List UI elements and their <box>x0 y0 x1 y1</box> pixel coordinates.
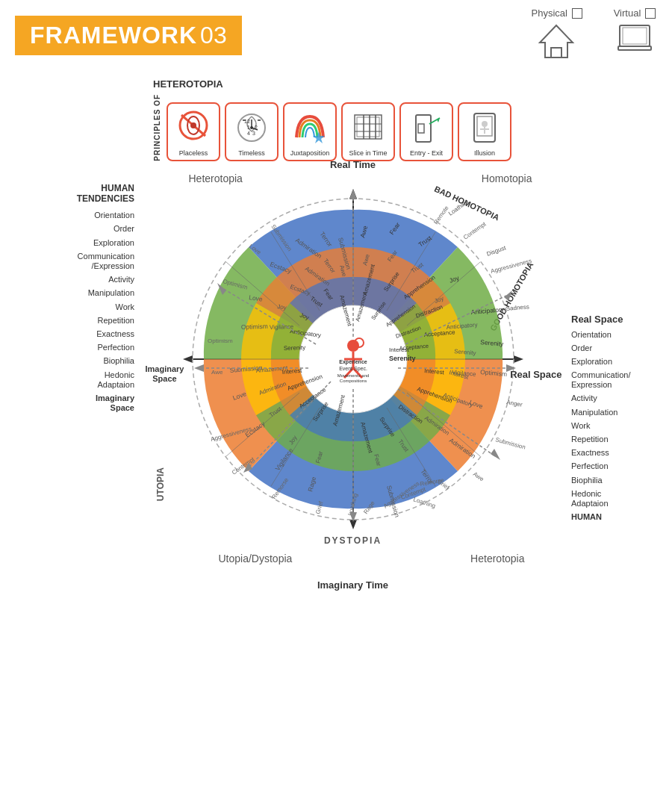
svg-point-46 <box>347 340 359 352</box>
right-work: Work <box>571 419 665 432</box>
card-timeless: 12 1 2 3 4 Timeless <box>225 102 279 161</box>
svg-rect-3 <box>618 46 651 50</box>
header-options: Physical Virtual <box>532 7 657 63</box>
svg-text:Anger: Anger <box>505 399 523 408</box>
principle-cards: Placeless 12 1 2 <box>167 102 511 161</box>
framework-title: FRAMEWORK <box>30 22 197 49</box>
card-illusion: Illusion <box>458 102 511 161</box>
laptop-icon <box>612 22 657 63</box>
tendency-manipulation: Manipulation <box>7 287 134 300</box>
main-content: HUMANTENDENCIES Orientation Order Explor… <box>0 71 672 594</box>
card-slice-in-time: Slice in Time <box>341 102 395 161</box>
svg-marker-172 <box>194 364 204 372</box>
tendency-order: Order <box>7 223 134 236</box>
tendency-perfection: Perfection <box>7 341 134 355</box>
svg-text:Submission: Submission <box>494 436 526 450</box>
svg-text:Grief: Grief <box>435 478 450 491</box>
label-utopia: UTOPIA <box>155 467 166 501</box>
header: FRAMEWORK 03 Physical Virtual <box>0 0 672 71</box>
physical-option: Physical <box>532 7 582 63</box>
svg-marker-43 <box>514 355 523 363</box>
svg-rect-4 <box>623 28 647 44</box>
svg-text:Interest: Interest <box>389 346 409 353</box>
right-human: HUMAN <box>571 511 665 524</box>
svg-text:4: 4 <box>247 131 250 136</box>
svg-text:Remote: Remote <box>432 204 450 225</box>
physical-label: Physical <box>532 7 567 19</box>
svg-point-34 <box>482 121 488 127</box>
slice-in-time-label: Slice in Time <box>349 149 387 157</box>
svg-text:Awe: Awe <box>211 369 223 376</box>
right-sidebar: Real Space Orientation Order Exploration… <box>567 75 665 591</box>
right-activity: Activity <box>571 392 665 405</box>
right-manipulation: Manipulation <box>571 405 665 419</box>
svg-text:Serenity: Serenity <box>389 355 416 362</box>
placeless-icon <box>171 107 216 148</box>
right-hedonic: HedonicAdaptaion <box>571 487 665 510</box>
right-order: Order <box>571 341 665 355</box>
svg-text:1: 1 <box>247 125 250 130</box>
tendency-activity: Activity <box>7 273 134 287</box>
svg-text:Sadness: Sadness <box>505 303 529 312</box>
svg-marker-166 <box>349 189 357 199</box>
human-tendencies-title: HUMANTENDENCIES <box>7 183 134 205</box>
card-entry-exit: Entry - Exit <box>399 102 453 161</box>
svg-text:12: 12 <box>244 119 250 124</box>
illusion-label: Illusion <box>474 149 495 157</box>
virtual-checkbox[interactable] <box>645 8 656 19</box>
svg-marker-168 <box>506 364 516 372</box>
right-perfection: Perfection <box>571 460 665 473</box>
entry-exit-icon <box>404 107 449 148</box>
svg-text:Optimism: Optimism <box>240 322 267 330</box>
svg-text:Loathing: Loathing <box>447 198 469 217</box>
tendency-repetition: Repetition <box>7 314 134 327</box>
wheel-diagram: Experience Event Spec. Movements and Com… <box>167 172 540 546</box>
svg-text:3: 3 <box>252 131 255 136</box>
svg-rect-29 <box>418 124 424 133</box>
svg-marker-169 <box>491 449 500 460</box>
label-heterotopia-bottom: Heterotopia <box>470 553 524 564</box>
placeless-label: Placeless <box>179 149 208 157</box>
virtual-label: Virtual <box>614 7 641 19</box>
tendency-imaginary-space: ImaginarySpace <box>7 391 134 414</box>
right-orientation: Orientation <box>571 328 665 341</box>
title-box: FRAMEWORK 03 <box>15 16 242 55</box>
svg-marker-42 <box>183 355 193 363</box>
svg-text:Disgust: Disgust <box>485 244 507 258</box>
diagram-wrapper: Heterotopia Homotopia Real Time BAD HOMO… <box>144 158 562 591</box>
label-utopia-dystopia: Utopia/Dystopia <box>219 553 293 564</box>
center-area: HETEROTOPIA PRINCIPLES OF <box>138 75 567 591</box>
svg-text:Aggressiveness: Aggressiveness <box>490 257 532 274</box>
heterotopia-section: HETEROTOPIA PRINCIPLES OF <box>138 75 567 165</box>
heterotopia-title: HETEROTOPIA <box>153 78 567 90</box>
svg-text:Experience: Experience <box>339 359 367 365</box>
svg-text:Optimism: Optimism <box>208 337 233 344</box>
right-repetition: Repetition <box>571 433 665 447</box>
svg-rect-21 <box>355 115 382 139</box>
timeless-label: Timeless <box>238 149 265 157</box>
label-real-time: Real Time <box>330 159 376 170</box>
right-exactness: Exactness <box>571 447 665 460</box>
framework-number: 03 <box>200 22 227 49</box>
svg-point-8 <box>190 122 196 128</box>
svg-marker-0 <box>540 25 573 57</box>
tendency-exploration: Exploration <box>7 236 134 249</box>
svg-text:Compositions: Compositions <box>339 379 366 383</box>
illusion-icon <box>462 107 507 148</box>
right-real-space-label: Real Space <box>571 314 665 325</box>
right-communication: Communication/Expression <box>571 369 665 392</box>
tendency-communication: Communication/Expression <box>7 249 134 273</box>
svg-text:Contempt: Contempt <box>461 220 487 241</box>
tendency-biophilia: Biophilia <box>7 355 134 368</box>
timeless-icon: 12 1 2 3 4 <box>229 107 274 148</box>
virtual-option: Virtual <box>612 7 657 63</box>
principles-label: PRINCIPLES OF <box>153 94 161 161</box>
svg-text:Event Spec.: Event Spec. <box>339 366 367 372</box>
juxtaposition-icon <box>287 107 332 148</box>
slice-in-time-icon <box>346 107 391 148</box>
right-exploration: Exploration <box>571 355 665 368</box>
physical-checkbox[interactable] <box>572 8 582 19</box>
entry-exit-label: Entry - Exit <box>410 149 443 157</box>
juxtaposition-label: Juxtaposition <box>290 149 330 157</box>
right-biophilia: Biophilia <box>571 473 665 487</box>
